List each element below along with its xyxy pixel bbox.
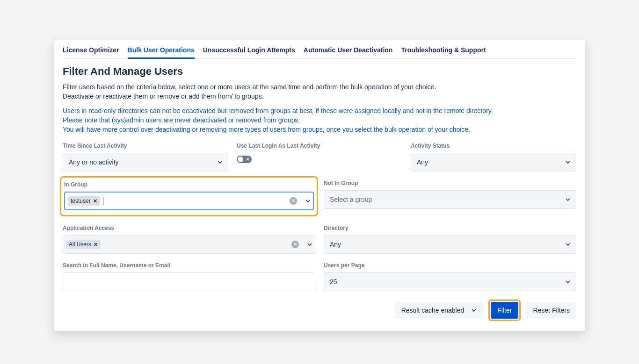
chip-remove-icon[interactable]: ✕	[93, 198, 97, 204]
info-note: Users in read-only directories can not b…	[63, 106, 576, 135]
multiselect-application-access[interactable]: All Users ✕ ✕	[63, 235, 315, 254]
label-time-since-last-activity: Time Since Last Activity	[63, 143, 228, 149]
cache-dropdown-button[interactable]: Result cache enabled	[395, 302, 483, 319]
note-line: Users in read-only directories can not b…	[63, 106, 576, 115]
chip-application-access: All Users ✕	[66, 240, 101, 249]
select-not-in-group[interactable]: Select a group	[324, 190, 576, 209]
chevron-down-icon	[472, 308, 476, 313]
note-line: Please note that (sys)admin users are ne…	[63, 115, 576, 125]
select-activity-status[interactable]: Any	[411, 153, 576, 171]
label-use-last-login: Use Last Login As Last Activity	[237, 143, 402, 149]
select-directory[interactable]: Any	[324, 235, 576, 254]
toggle-off-icon: ✕	[246, 157, 250, 162]
note-line: You will have more control over deactiva…	[63, 125, 576, 134]
chip-label: testuser	[71, 198, 91, 204]
page-title: Filter And Manage Users	[63, 65, 576, 78]
tab-license-optimizer[interactable]: License Optimizer	[63, 43, 119, 58]
description-line: Filter users based on the criteria below…	[63, 82, 576, 92]
search-input[interactable]	[63, 272, 315, 291]
highlight-filter-button: Filter	[488, 300, 521, 321]
text-cursor	[103, 197, 103, 205]
label-in-group: In Group	[64, 181, 314, 188]
tab-unsuccessful-login-attempts[interactable]: Unsuccessful Login Attempts	[203, 43, 295, 58]
description-line: Deactivate or reactivate them or remove …	[63, 92, 576, 101]
clear-icon[interactable]: ✕	[290, 197, 297, 205]
clear-icon[interactable]: ✕	[291, 241, 299, 248]
filter-button[interactable]: Filter	[491, 302, 518, 319]
select-time-since-last-activity[interactable]: Any or no activity	[63, 153, 228, 171]
select-value: Any	[330, 241, 562, 248]
label-search: Search in Full Name, Username or Email	[63, 262, 315, 269]
toggle-knob	[238, 157, 243, 162]
select-value: 25	[330, 278, 562, 285]
select-placeholder: Select a group	[330, 196, 562, 203]
label-users-per-page: Users per Page	[324, 262, 576, 269]
chip-label: All Users	[69, 241, 91, 248]
chip-in-group: testuser ✕	[68, 196, 100, 206]
chevron-down-icon	[566, 197, 570, 202]
action-bar: Result cache enabled Filter Reset Filter…	[63, 300, 576, 321]
chevron-down-icon	[566, 242, 570, 247]
select-value: Any	[417, 158, 562, 166]
chevron-down-icon	[305, 199, 310, 203]
toggle-use-last-login[interactable]: ✕	[237, 156, 252, 163]
select-value: Any or no activity	[69, 158, 214, 166]
description: Filter users based on the criteria below…	[63, 82, 576, 101]
reset-filters-button[interactable]: Reset Filters	[526, 302, 576, 319]
label-not-in-group: Not In Group	[324, 180, 576, 186]
tab-bulk-user-operations[interactable]: Bulk User Operations	[128, 43, 195, 58]
main-panel: License Optimizer Bulk User Operations U…	[54, 40, 585, 331]
select-users-per-page[interactable]: 25	[324, 272, 576, 291]
chip-remove-icon[interactable]: ✕	[94, 242, 98, 248]
label-application-access: Application Access	[63, 225, 315, 231]
chevron-down-icon	[307, 242, 312, 247]
chevron-down-icon	[566, 279, 570, 284]
tab-automatic-user-deactivation[interactable]: Automatic User Deactivation	[304, 43, 393, 58]
cache-label: Result cache enabled	[401, 307, 465, 314]
tab-bar: License Optimizer Bulk User Operations U…	[63, 40, 576, 59]
label-directory: Directory	[324, 225, 576, 231]
multiselect-in-group[interactable]: testuser ✕ ✕	[64, 192, 314, 210]
tab-troubleshooting-support[interactable]: Troubleshooting & Support	[401, 43, 486, 58]
chevron-down-icon	[566, 160, 570, 164]
chevron-down-icon	[218, 160, 222, 164]
highlight-in-group: In Group testuser ✕ ✕	[60, 176, 318, 216]
label-activity-status: Activity Status	[411, 143, 576, 149]
